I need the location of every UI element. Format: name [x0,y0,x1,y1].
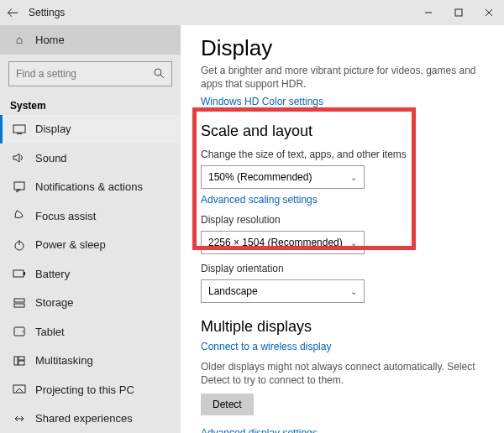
orientation-label: Display orientation [201,263,484,274]
page-subtitle: Get a brighter and more vibrant picture … [201,65,484,91]
svg-marker-8 [13,154,19,162]
sound-icon [10,152,29,164]
sidebar-home[interactable]: ⌂ Home [0,25,181,55]
hd-color-link[interactable]: Windows HD Color settings [201,96,484,107]
maximize-icon [454,8,463,17]
svg-line-5 [160,75,164,78]
close-button[interactable] [474,0,504,25]
sidebar: ⌂ Home System Display Sound [0,25,181,433]
svg-rect-1 [455,9,462,16]
chevron-down-icon: ⌄ [350,173,357,182]
display-icon [10,124,29,134]
tablet-icon [10,326,29,336]
sidebar-item-label: Multitasking [35,354,93,367]
sidebar-item-multitasking[interactable]: Multitasking [0,347,181,376]
sidebar-item-label: Storage [35,296,74,309]
sidebar-item-tablet[interactable]: Tablet [0,317,181,347]
svg-point-18 [22,331,23,332]
sidebar-item-label: Battery [35,268,70,280]
chevron-down-icon: ⌄ [350,238,357,248]
dropdown-value: 150% (Recommended) [208,171,312,183]
connect-wireless-link[interactable]: Connect to a wireless display [201,341,484,352]
orientation-dropdown[interactable]: Landscape ⌄ [201,279,365,303]
svg-rect-16 [14,304,24,307]
sidebar-item-sound[interactable]: Sound [0,143,181,173]
notifications-icon [10,181,29,193]
storage-icon [10,297,29,309]
detect-note: Older displays might not always connect … [201,361,484,387]
sidebar-item-label: Shared experiences [35,412,133,425]
detect-button[interactable]: Detect [201,394,254,415]
window-title: Settings [29,7,65,18]
maximize-button[interactable] [444,0,474,25]
svg-point-4 [155,69,161,76]
sidebar-section-label: System [0,93,181,115]
search-input[interactable] [16,68,154,80]
sidebar-item-notifications[interactable]: Notifications & actions [0,173,181,202]
svg-rect-21 [18,361,24,365]
power-icon [10,239,29,251]
sidebar-item-label: Home [35,34,65,46]
sidebar-item-battery[interactable]: Battery [0,259,181,289]
minimize-icon [424,8,433,17]
sidebar-item-storage[interactable]: Storage [0,289,181,318]
svg-rect-13 [13,270,24,277]
chevron-down-icon: ⌄ [350,287,357,296]
titlebar: 🡠 Settings [0,0,504,25]
page-title: Display [201,35,484,61]
scale-layout-title: Scale and layout [201,123,484,140]
svg-rect-9 [14,182,24,190]
svg-rect-14 [24,272,25,275]
dropdown-value: 2256 × 1504 (Recommended) [208,237,343,248]
minimize-button[interactable] [413,0,444,25]
advanced-display-link[interactable]: Advanced display settings [201,427,484,433]
svg-rect-6 [13,125,25,133]
svg-rect-20 [18,357,24,360]
sidebar-item-power-sleep[interactable]: Power & sleep [0,231,181,260]
sidebar-item-label: Focus assist [35,210,96,222]
sidebar-item-label: Tablet [35,326,65,338]
sidebar-item-shared-experiences[interactable]: Shared experiences [0,404,181,434]
close-icon [485,8,493,17]
sidebar-item-label: Sound [35,152,67,164]
search-input-wrap[interactable] [8,61,172,86]
sidebar-item-focus-assist[interactable]: Focus assist [0,201,181,231]
sidebar-item-label: Power & sleep [35,238,106,251]
advanced-scaling-link[interactable]: Advanced scaling settings [201,194,484,206]
sidebar-item-label: Display [35,123,71,135]
resolution-label: Display resolution [201,214,484,226]
multiple-displays-title: Multiple displays [201,318,484,336]
shared-experiences-icon [10,413,29,425]
projecting-icon [10,384,29,394]
main-panel[interactable]: Display Get a brighter and more vibrant … [181,25,504,433]
sidebar-item-label: Notifications & actions [35,180,143,193]
focus-assist-icon [10,210,29,222]
search-icon [154,68,165,79]
dropdown-value: Landscape [208,285,258,297]
back-button[interactable]: 🡠 [0,6,25,19]
text-size-label: Change the size of text, apps, and other… [201,149,484,160]
resolution-dropdown[interactable]: 2256 × 1504 (Recommended) ⌄ [201,231,365,254]
svg-rect-19 [14,357,18,365]
text-size-dropdown[interactable]: 150% (Recommended) ⌄ [201,165,365,189]
sidebar-item-label: Projecting to this PC [35,383,134,396]
svg-marker-10 [17,190,20,192]
multitasking-icon [10,356,29,366]
home-icon: ⌂ [10,33,29,46]
sidebar-item-display[interactable]: Display [0,115,181,144]
svg-rect-15 [14,299,24,302]
battery-icon [10,269,29,278]
sidebar-item-projecting[interactable]: Projecting to this PC [0,375,181,404]
